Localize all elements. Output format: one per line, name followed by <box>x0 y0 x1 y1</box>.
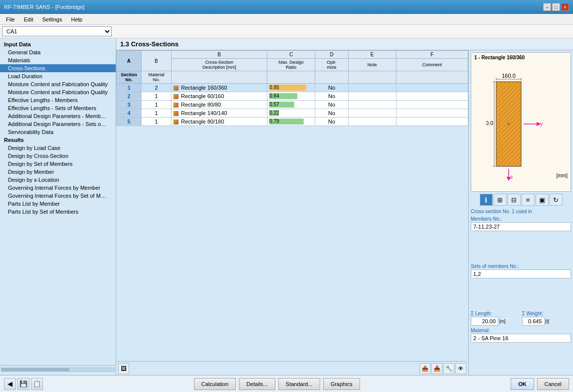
bottom-left: ◀ 💾 📋 <box>4 378 43 390</box>
cell-description: Rectangle 60/160 <box>171 92 267 101</box>
graphics-btn[interactable]: Graphics <box>323 378 360 390</box>
nav-serviceability[interactable]: Serviceability Data <box>0 128 116 136</box>
copy-btn[interactable]: 📋 <box>31 378 43 390</box>
window-controls: – □ × <box>543 3 569 11</box>
nav-design-load-case[interactable]: Design by Load Case <box>0 144 116 152</box>
section-header: 1.3 Cross-Sections <box>116 38 573 50</box>
nav-moisture-1[interactable]: Moisture Content and Fabrication Quality <box>0 80 116 88</box>
cell-note <box>348 118 396 126</box>
cell-comment <box>396 101 468 109</box>
menu-file[interactable]: File <box>2 15 19 23</box>
nav-governing-member[interactable]: Governing Internal Forces by Member <box>0 184 116 192</box>
input-data-header: Input Data <box>0 40 116 48</box>
ca-dropdown[interactable]: CA1 <box>2 26 112 36</box>
cs-action-buttons: ℹ ⊞ ⊟ ≡ ▣ ↻ <box>471 194 571 206</box>
table-image-btn[interactable]: 🖼 <box>118 363 129 374</box>
cs-info-btn[interactable]: ℹ <box>480 194 493 206</box>
nav-general-data[interactable]: General Data <box>0 48 116 56</box>
col-header-d-top: C <box>267 51 315 59</box>
menu-settings[interactable]: Settings <box>38 15 66 23</box>
middle-split: A B B C D E F Cross-SectionDescription [ <box>116 50 573 375</box>
table-export-btn[interactable]: 📤 <box>419 363 430 374</box>
standard-btn[interactable]: Standard... <box>278 378 320 390</box>
toolbar-right: 📤 📥 🔧 👁 <box>419 363 466 374</box>
details-btn[interactable]: Details... <box>239 378 275 390</box>
cs-used-label: Cross-section No. 1 used in <box>471 209 571 214</box>
maximize-btn[interactable]: □ <box>552 3 560 11</box>
cell-material: 1 <box>141 109 171 118</box>
cs-vert-btn[interactable]: ⊟ <box>508 194 521 206</box>
nav-design-cross-section[interactable]: Design by Cross-Section <box>0 152 116 160</box>
table-view-btn[interactable]: 👁 <box>455 363 466 374</box>
nav-adp-members[interactable]: Additional Design Parameters - Members <box>0 112 116 120</box>
nav-scrollbar[interactable] <box>0 365 116 373</box>
table-settings-btn[interactable]: 🔧 <box>443 363 454 374</box>
cs-swatch <box>174 111 179 116</box>
sets-value: 1,2 <box>471 269 571 278</box>
table-import-btn[interactable]: 📥 <box>431 363 442 374</box>
table-area: A B B C D E F Cross-SectionDescription [ <box>116 50 468 375</box>
cs-horiz-btn[interactable]: ≡ <box>522 194 535 206</box>
col-header-a: A <box>117 51 142 71</box>
col-header-f-top: E <box>348 51 396 59</box>
nav-back-btn[interactable]: ◀ <box>4 378 16 390</box>
col-header-g-top: F <box>396 51 468 59</box>
nav-cross-sections[interactable]: Cross-Sections <box>0 64 116 72</box>
results-header: Results <box>0 136 116 144</box>
nav-design-x-location[interactable]: Design by x-Location <box>0 176 116 184</box>
material-label: Material: <box>471 328 571 333</box>
svg-text:y: y <box>540 121 543 127</box>
nav-load-duration[interactable]: Load Duration <box>0 72 116 80</box>
svg-text:z: z <box>510 174 513 180</box>
cell-ratio: 0.79 <box>267 118 315 126</box>
nav-design-set-members[interactable]: Design by Set of Members <box>0 160 116 168</box>
close-btn[interactable]: × <box>561 3 569 11</box>
cancel-btn[interactable]: Cancel <box>537 378 569 390</box>
nav-materials[interactable]: Materials <box>0 56 116 64</box>
ok-btn[interactable]: OK <box>511 378 534 390</box>
cs-title: 1 - Rectangle 160/360 <box>474 55 525 60</box>
menu-edit[interactable]: Edit <box>20 15 37 23</box>
cs-grid-btn[interactable]: ⊞ <box>494 194 507 206</box>
menu-help[interactable]: Help <box>67 15 86 23</box>
table-scroll-area[interactable]: A B B C D E F Cross-SectionDescription [ <box>116 50 468 361</box>
bottom-bar: ◀ 💾 📋 Calculation Details... Standard...… <box>0 375 573 392</box>
nav-eff-lengths-sets[interactable]: Effective Lengths - Sets of Members <box>0 104 116 112</box>
weight-value: 0.645 <box>522 317 545 326</box>
main-container: CA1 Input Data General Data Materials Cr… <box>0 25 573 392</box>
cs-box-btn[interactable]: ▣ <box>536 194 549 206</box>
sets-field: Sets of members No.: 1,2 <box>471 263 571 309</box>
cs-svg: 160.0 <box>486 72 556 181</box>
nav-scroll-track[interactable] <box>1 368 115 372</box>
cell-material: 1 <box>141 101 171 109</box>
nav-eff-lengths-members[interactable]: Effective Lengths - Members <box>0 96 116 104</box>
cell-comment <box>396 118 468 126</box>
table-row[interactable]: 1 2 Rectangle 160/360 0.85 No <box>117 84 468 92</box>
cs-swatch <box>174 120 179 125</box>
table-row[interactable]: 3 1 Rectangle 80/80 0.57 No <box>117 101 468 109</box>
cell-description: Rectangle 80/80 <box>171 101 267 109</box>
nav-governing-set[interactable]: Governing Internal Forces by Set of Mem.… <box>0 192 116 200</box>
nav-parts-set[interactable]: Parts List by Set of Members <box>0 208 116 216</box>
nav-moisture-2[interactable]: Moisture Content and Fabrication Quality <box>0 88 116 96</box>
nav-adp-sets[interactable]: Additional Design Parameters - Sets of M… <box>0 120 116 128</box>
cs-rotate-btn[interactable]: ↻ <box>550 194 563 206</box>
nav-parts-member[interactable]: Parts List by Member <box>0 200 116 208</box>
cs-swatch <box>174 94 179 99</box>
calculation-btn[interactable]: Calculation <box>194 378 236 390</box>
col-sub-ratio <box>267 71 315 84</box>
table-row[interactable]: 2 1 Rectangle 60/160 0.64 No <box>117 92 468 101</box>
bottom-right: OK Cancel <box>511 378 569 390</box>
title-bar: RF-TIMBER SANS - [Footbridge] – □ × <box>0 0 573 14</box>
right-content: 1.3 Cross-Sections A B B C D <box>116 38 573 375</box>
cell-no: 2 <box>117 92 142 101</box>
minimize-btn[interactable]: – <box>543 3 551 11</box>
save-btn[interactable]: 💾 <box>17 378 29 390</box>
table-row[interactable]: 5 1 Rectangle 80/180 0.79 No <box>117 118 468 126</box>
cell-material: 2 <box>141 84 171 92</box>
nav-design-member[interactable]: Design by Member <box>0 168 116 176</box>
cell-no: 1 <box>117 84 142 92</box>
weight-unit: [t] <box>546 319 550 324</box>
table-row[interactable]: 4 1 Rectangle 140/140 0.22 No <box>117 109 468 118</box>
cell-description: Rectangle 160/360 <box>171 84 267 92</box>
